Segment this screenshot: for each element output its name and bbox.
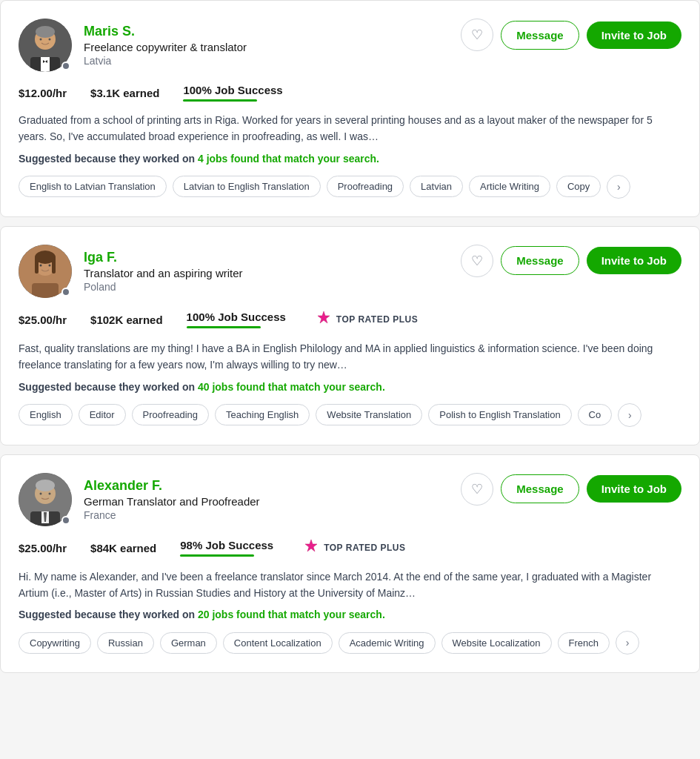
skill-tag[interactable]: Editor [79,404,126,425]
stats-row: $25.00/hr$102K earned100% Job Success TO… [19,310,681,330]
skill-tag[interactable]: Latvian to English Translation [173,176,321,197]
skill-tag[interactable]: Academic Writing [339,632,436,654]
skills-chevron-button[interactable]: › [618,403,641,427]
freelancer-location: France [84,509,260,521]
freelancer-name[interactable]: Iga F. [84,250,243,265]
suggested-link[interactable]: 4 jobs found that match your search. [198,153,379,165]
job-success-label: 100% Job Success [187,311,286,323]
invite-to-job-button[interactable]: Invite to Job [587,21,681,49]
hourly-rate: $12.00/hr [19,87,67,99]
skills-row: English to Latvian TranslationLatvian to… [19,175,681,199]
avatar-container [19,19,72,72]
top-rated-badge: TOP RATED PLUS [316,310,418,330]
card-header-left: Maris S.Freelance copywriter & translato… [19,19,247,72]
skill-tag[interactable]: Content Localization [223,632,333,654]
skills-chevron-button[interactable]: › [607,175,630,199]
total-earned: $102K earned [90,314,163,326]
skill-tag[interactable]: Latvian [410,176,463,197]
stats-row: $12.00/hr$3.1K earned100% Job Success [19,84,681,102]
favorite-button[interactable]: ♡ [461,19,493,51]
hourly-rate: $25.00/hr [19,314,67,326]
job-success-label: 100% Job Success [183,84,282,96]
svg-rect-14 [32,283,59,298]
top-rated-icon [303,538,319,558]
skill-tag[interactable]: French [558,632,610,654]
skills-row: EnglishEditorProofreadingTeaching Englis… [19,403,681,427]
job-success-bar [187,326,261,328]
skill-tag[interactable]: Proofreading [327,176,404,197]
svg-rect-13 [52,257,56,274]
freelancer-title: Translator and an aspiring writer [84,267,243,279]
message-button[interactable]: Message [501,246,579,275]
stats-row: $25.00/hr$84K earned98% Job Success TOP … [19,538,681,558]
suggested-text: Suggested because they worked on 40 jobs… [19,381,681,393]
skill-tag[interactable]: English [19,404,73,425]
bio-text: Graduated from a school of printing arts… [19,112,681,145]
skill-tag[interactable]: Copy [556,176,601,197]
top-rated-icon [316,310,332,330]
skill-tag[interactable]: Co [578,404,613,425]
bio-text: Fast, quality translations are my thing!… [19,340,681,374]
freelancer-info: Alexander F.German Translator and Proofr… [84,478,260,521]
hourly-rate-value: $12.00/hr [19,87,67,99]
total-earned-value: $84K earned [90,542,156,554]
avatar-container [19,245,72,298]
freelancer-info: Iga F.Translator and an aspiring writerP… [84,250,243,293]
freelancer-name[interactable]: Maris S. [84,24,247,39]
total-earned: $84K earned [90,542,156,554]
favorite-button[interactable]: ♡ [461,473,493,506]
favorite-button[interactable]: ♡ [461,245,493,277]
svg-point-15 [40,264,42,266]
freelancer-name[interactable]: Alexander F. [84,478,260,494]
top-rated-text: TOP RATED PLUS [336,314,418,325]
job-success-label: 98% Job Success [180,539,273,551]
suggested-link[interactable]: 40 jobs found that match your search. [198,381,385,393]
message-button[interactable]: Message [501,21,579,50]
top-rated-badge: TOP RATED PLUS [303,538,405,558]
card-header-left: Alexander F.German Translator and Proofr… [19,473,260,526]
card-header: Maris S.Freelance copywriter & translato… [19,19,681,72]
bio-text: Hi. My name is Alexander, and I've been … [19,569,681,602]
card-actions: ♡MessageInvite to Job [461,473,681,506]
online-status-dot [61,288,70,296]
total-earned-value: $102K earned [90,314,163,326]
total-earned-value: $3.1K earned [90,87,159,99]
svg-rect-4 [41,57,50,72]
freelancer-info: Maris S.Freelance copywriter & translato… [84,24,247,67]
skill-tag[interactable]: Copywriting [19,632,91,654]
card-header-left: Iga F.Translator and an aspiring writerP… [19,245,243,298]
job-success-bar [180,554,254,557]
invite-to-job-button[interactable]: Invite to Job [587,475,681,503]
job-success: 100% Job Success [187,311,286,328]
skill-tag[interactable]: German [160,632,217,654]
freelancer-location: Poland [84,281,243,293]
suggested-text: Suggested because they worked on 20 jobs… [19,609,681,620]
suggested-link[interactable]: 20 jobs found that match your search. [198,609,385,620]
skills-chevron-button[interactable]: › [616,631,639,654]
skill-tag[interactable]: English to Latvian Translation [19,176,167,197]
hourly-rate-value: $25.00/hr [19,314,67,326]
freelancer-card-iga: Iga F.Translator and an aspiring writerP… [0,226,700,445]
total-earned: $3.1K earned [90,87,159,99]
skill-tag[interactable]: Polish to English Translation [428,404,571,425]
online-status-dot [61,62,70,70]
invite-to-job-button[interactable]: Invite to Job [587,247,681,274]
message-button[interactable]: Message [501,474,579,503]
card-header: Iga F.Translator and an aspiring writerP… [19,245,681,298]
svg-point-24 [49,492,51,494]
freelancer-location: Latvia [84,55,247,67]
svg-point-19 [36,480,55,491]
top-rated-text: TOP RATED PLUS [324,543,405,553]
skill-tag[interactable]: Teaching English [215,404,310,425]
skill-tag[interactable]: Website Localization [441,632,552,654]
hourly-rate: $25.00/hr [19,542,67,554]
skills-row: CopywritingRussianGermanContent Localiza… [19,631,681,654]
job-success: 100% Job Success [183,84,282,102]
svg-point-23 [40,492,42,494]
skill-tag[interactable]: Proofreading [132,404,209,425]
freelancer-card-maris: Maris S.Freelance copywriter & translato… [0,0,700,217]
skill-tag[interactable]: Website Translation [316,404,422,425]
skill-tag[interactable]: Article Writing [469,176,550,197]
skill-tag[interactable]: Russian [97,632,154,654]
avatar-container [19,473,72,526]
